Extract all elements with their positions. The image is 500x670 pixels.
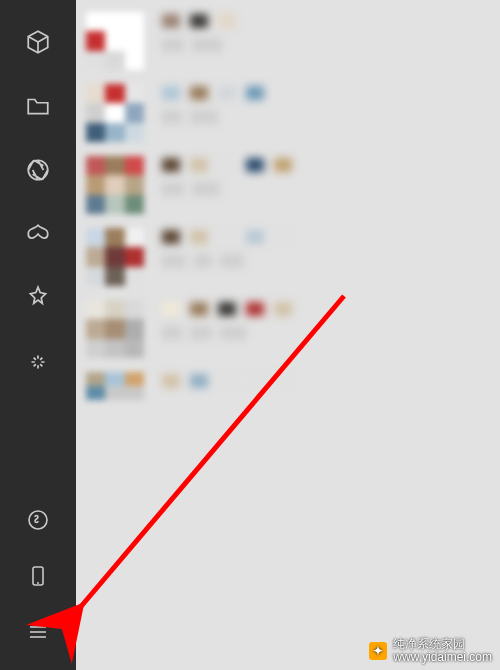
list-item-thumbnail — [86, 12, 144, 70]
list-item-subtitle — [162, 110, 496, 124]
list-item-title — [162, 158, 496, 172]
menu-icon[interactable] — [24, 618, 52, 646]
sidebar — [0, 0, 76, 670]
content-list — [76, 0, 500, 670]
aperture-icon[interactable] — [24, 156, 52, 184]
list-item-thumbnail — [86, 372, 144, 400]
butterfly-icon[interactable] — [24, 220, 52, 248]
cube-icon[interactable] — [24, 28, 52, 56]
list-item-meta — [162, 372, 496, 388]
list-item[interactable] — [82, 366, 500, 408]
list-item-title — [162, 230, 496, 244]
list-item-thumbnail — [86, 84, 144, 142]
list-item-meta — [162, 228, 496, 278]
phone-icon[interactable] — [24, 562, 52, 590]
list-item[interactable] — [82, 294, 500, 366]
sidebar-bottom-group — [24, 492, 52, 660]
mini-program-icon[interactable] — [24, 506, 52, 534]
list-item-title — [162, 86, 496, 100]
list-item-title — [162, 14, 496, 28]
list-item[interactable] — [82, 150, 500, 222]
folder-icon[interactable] — [24, 92, 52, 120]
list-item[interactable] — [82, 222, 500, 294]
compass-star-icon[interactable] — [24, 284, 52, 312]
list-item-subtitle — [162, 326, 496, 340]
list-item-subtitle — [162, 182, 496, 196]
list-item-meta — [162, 300, 496, 350]
list-item-meta — [162, 84, 496, 134]
list-item-title — [162, 302, 496, 316]
sparkle-icon[interactable] — [24, 348, 52, 376]
list-item-title — [162, 374, 496, 388]
list-item-meta — [162, 12, 496, 62]
list-item[interactable] — [82, 78, 500, 150]
watermark-url: www.yidaimei.com — [393, 651, 492, 664]
list-item-subtitle — [162, 254, 496, 268]
watermark-title: 纯净系统家园 — [393, 638, 492, 651]
list-item-meta — [162, 156, 496, 206]
watermark: ✦ 纯净系统家园 www.yidaimei.com — [369, 638, 492, 664]
svg-point-1 — [29, 511, 47, 529]
list-item-subtitle — [162, 38, 496, 52]
list-item-thumbnail — [86, 156, 144, 214]
watermark-logo-icon: ✦ — [369, 642, 387, 660]
list-item[interactable] — [82, 6, 500, 78]
list-item-thumbnail — [86, 228, 144, 286]
list-item-thumbnail — [86, 300, 144, 358]
